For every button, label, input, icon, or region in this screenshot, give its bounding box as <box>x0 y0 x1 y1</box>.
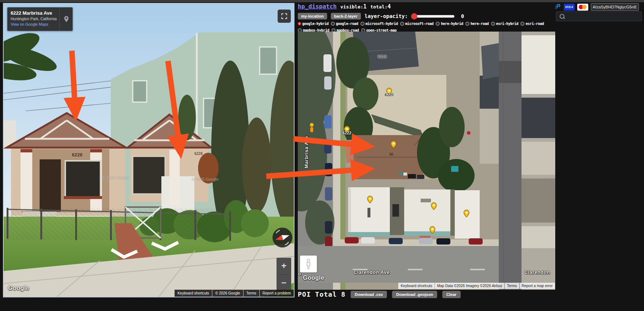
total-label: total: <box>370 4 388 10</box>
layer-opacity-slider[interactable] <box>412 15 454 18</box>
map-attribution: Keyboard shortcuts Map Data ©2026 Imager… <box>398 283 555 289</box>
layer-radio-microsoft-hybrid[interactable]: microsoft-hybrid <box>361 22 398 26</box>
download-csv-button[interactable]: Download .csv <box>351 291 387 298</box>
layer-radio-google-road[interactable]: google-road <box>331 22 358 26</box>
street-view-photo[interactable]: 6226 6228 <box>4 4 294 297</box>
street-view-zoom-control: + − <box>277 258 291 291</box>
search-input[interactable] <box>556 11 642 21</box>
my-location-button[interactable]: my-location <box>298 13 327 19</box>
payment-row: PP VISA <box>555 3 639 11</box>
poi-marker[interactable]: 6222 <box>344 126 350 134</box>
layer-radio-here-hybrid[interactable]: here-hybrid <box>436 22 463 26</box>
clear-button[interactable]: Clear <box>442 291 461 298</box>
view-on-google-maps-link[interactable]: View on Google Maps <box>11 22 57 26</box>
radio-label: microsoft-road <box>405 22 433 26</box>
visible-label: visible: <box>340 4 363 10</box>
window-top-edge <box>0 0 644 2</box>
radio-dot <box>298 22 301 25</box>
google-watermark: © 2025 Google <box>102 176 129 180</box>
radio-dot <box>331 22 335 26</box>
terms-link[interactable]: Terms <box>244 290 259 297</box>
terms-link[interactable]: Terms <box>505 283 519 289</box>
radio-dot <box>400 22 404 26</box>
google-logo: Google <box>8 285 29 292</box>
poi-label: 6220 <box>385 93 394 97</box>
layer-radio-esri-road[interactable]: esri-road <box>520 22 544 26</box>
radio-label: google-hybrid <box>302 22 329 26</box>
paypal-icon: PP <box>555 3 561 11</box>
layer-radio-google-hybrid[interactable]: google-hybrid <box>298 22 329 26</box>
download-geojson-button[interactable]: Download .geojson <box>392 291 437 298</box>
radio-label: microsoft-hybrid <box>366 22 398 26</box>
radio-dot <box>361 22 365 26</box>
address-subtitle: Huntington Park, California <box>11 17 57 21</box>
poi-marker[interactable] <box>429 226 435 234</box>
poi-marker[interactable]: 6220 <box>386 88 392 95</box>
poi-pin-icon <box>367 196 373 203</box>
layer-radio-esri-hybrid[interactable]: esri-hybrid <box>491 22 519 26</box>
layer-radio-row-1: google-hybridgoogle-roadmicrosoft-hybrid… <box>298 21 643 26</box>
report-map-error-link[interactable]: Report a map error <box>520 283 555 289</box>
poi-pin-icon <box>464 210 469 217</box>
visible-value: 1 <box>363 3 367 10</box>
copyright-text: © 2026 Google <box>212 290 243 297</box>
layer-radio-here-road[interactable]: here-road <box>465 22 489 26</box>
fullscreen-button[interactable] <box>278 10 291 23</box>
street-view-panel[interactable]: 6226 6228 <box>3 3 294 297</box>
radio-dot <box>436 22 440 26</box>
poi-marker[interactable] <box>367 196 373 203</box>
total-value: 4 <box>388 3 391 10</box>
radio-dot <box>520 22 524 26</box>
google-watermark: © 2025 Google <box>191 177 219 181</box>
street-view-footer: Keyboard shortcuts © 2026 Google Terms R… <box>175 290 294 297</box>
google-logo: Google <box>303 275 324 281</box>
keyboard-shortcuts-link[interactable]: Keyboard shortcuts <box>175 290 212 297</box>
poi-pin-icon <box>429 226 435 234</box>
back-2-layer-button[interactable]: back-2-layer <box>331 13 361 19</box>
poi-total-label: POI Total 8 <box>298 290 345 298</box>
address-title: 6222 Marbrisa Ave <box>11 10 57 16</box>
poi-marker[interactable] <box>464 210 469 217</box>
pegman-control[interactable] <box>300 256 317 272</box>
keyboard-shortcuts-link[interactable]: Keyboard shortcuts <box>398 283 434 289</box>
house-number-right: 6228 <box>194 152 203 156</box>
map-data-text: Map Data ©2026 Imagery ©2026 Airbus <box>435 283 505 289</box>
pegman-icon <box>304 258 312 270</box>
poi-pin-icon <box>391 141 396 148</box>
layer-opacity-label: layer-opacity: <box>365 13 408 19</box>
radio-label: here-hybrid <box>441 22 463 26</box>
compass-icon <box>272 228 292 247</box>
map-pin-icon <box>59 7 73 31</box>
compass-control[interactable] <box>272 228 292 247</box>
radio-dot <box>491 22 495 26</box>
address-info-card: 6222 Marbrisa Ave Huntington Park, Calif… <box>7 7 73 31</box>
report-problem-link[interactable]: Report a problem <box>260 290 294 297</box>
visa-icon: VISA <box>564 4 575 11</box>
poi-marker[interactable] <box>431 202 437 210</box>
radio-label: google-road <box>336 22 358 26</box>
fullscreen-icon <box>281 12 288 20</box>
app-root: 6226 6228 <box>0 0 644 311</box>
poi-marker[interactable] <box>391 141 396 148</box>
poi-marker-layer: 62206222 <box>298 32 555 290</box>
api-key-input[interactable] <box>591 3 639 11</box>
radio-label: esri-road <box>526 22 544 26</box>
radio-label: here-road <box>471 22 489 26</box>
satellite-map-panel[interactable]: Marbrisa Ave Clarendon Ave Clarendon o 6… <box>298 32 555 290</box>
layer-radio-microsoft-road[interactable]: microsoft-road <box>400 22 433 26</box>
layer-opacity-value: 0 <box>461 13 464 19</box>
mastercard-icon <box>577 4 588 11</box>
hp-dispatch-link[interactable]: hp_dispatch <box>298 3 337 10</box>
search-icon <box>560 14 565 19</box>
house-number-left: 6226 <box>72 152 83 158</box>
radio-label: esri-hybrid <box>496 22 519 26</box>
poi-label: 6222 <box>343 131 351 135</box>
zoom-out-button[interactable]: − <box>277 275 291 291</box>
zoom-in-button[interactable]: + <box>277 258 291 274</box>
radio-dot <box>465 22 469 26</box>
slider-knob[interactable] <box>411 13 417 19</box>
poi-pin-icon <box>431 202 437 210</box>
poi-toolbar: POI Total 8 Download .csv Download .geoj… <box>298 290 461 298</box>
